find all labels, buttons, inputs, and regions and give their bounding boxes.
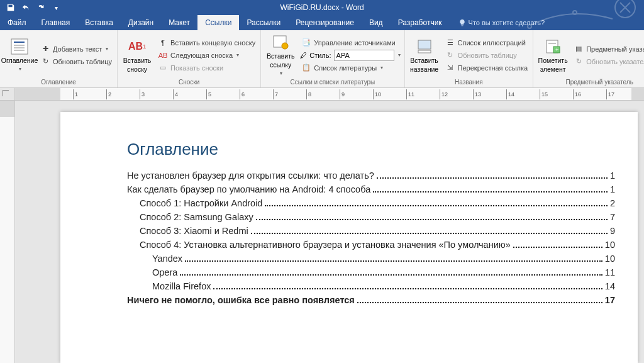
- group-footnotes: AB1 Вставить сноску ¶Вставить концевую с…: [118, 30, 261, 87]
- group-captions: Вставить название ☰Список иллюстраций ↻О…: [405, 30, 534, 87]
- tab-макет[interactable]: Макет: [161, 15, 197, 30]
- insert-footnote-button[interactable]: AB1 Вставить сноску: [121, 33, 153, 77]
- insert-endnote-button[interactable]: ¶Вставить концевую сноску: [157, 37, 257, 48]
- toc-text: Способ 3: Xiaomi и Redmi: [140, 226, 248, 236]
- toc-page: 1: [610, 184, 615, 194]
- decoration-icon: [518, 0, 644, 30]
- group-index: + Пометить элемент ▤Предметный указатель…: [533, 30, 644, 87]
- document-title: WiFiGiD.RU.docx - Word: [280, 3, 364, 12]
- svg-text:+: +: [555, 47, 558, 53]
- toc-page: 7: [610, 212, 615, 222]
- toc-entry[interactable]: Не установлен браузер для открытия ссылк…: [127, 170, 615, 181]
- toc-heading: Оглавление: [127, 140, 615, 159]
- toc-page: 17: [605, 295, 615, 305]
- citation-style-select[interactable]: [334, 50, 394, 61]
- index-icon: ▤: [574, 44, 584, 54]
- toc-entry[interactable]: Способ 3: Xiaomi и Redmi9: [127, 226, 615, 236]
- insert-caption-button[interactable]: Вставить название: [409, 33, 440, 77]
- show-footnotes-button[interactable]: ▭Показать сноски: [157, 62, 257, 74]
- refresh-icon: ↻: [445, 50, 455, 60]
- chevron-down-icon[interactable]: ▾: [397, 52, 401, 58]
- svg-point-2: [573, 11, 577, 14]
- toc-page: 11: [605, 267, 615, 277]
- figures-list-button[interactable]: ☰Список иллюстраций: [444, 37, 530, 48]
- toc-entry[interactable]: Yandex10: [127, 254, 615, 264]
- redo-button[interactable]: [34, 1, 48, 14]
- update-index-button[interactable]: ↻Обновить указатель: [572, 56, 644, 67]
- toc-entry[interactable]: Ничего не помогло, ошибка все равно появ…: [127, 295, 615, 305]
- toc-text: Mozilla Firefox: [152, 281, 211, 291]
- add-text-icon: ✚: [40, 44, 50, 54]
- toc-text: Способ 1: Настройки Android: [140, 198, 262, 208]
- toc-entry[interactable]: Как сделать браузер по умолчанию на Andr…: [127, 184, 615, 194]
- next-footnote-button[interactable]: ABСледующая сноска▾: [157, 50, 257, 61]
- page-area[interactable]: Оглавление Не установлен браузер для отк…: [15, 101, 644, 363]
- save-button[interactable]: [4, 1, 18, 14]
- chevron-down-icon: ▾: [18, 65, 21, 73]
- bibliography-button[interactable]: 📋Список литературы▾: [300, 62, 400, 74]
- tab-дизайн[interactable]: Дизайн: [121, 15, 161, 30]
- tab-вставка[interactable]: Вставка: [77, 15, 121, 30]
- bibliography-icon: 📋: [301, 63, 311, 73]
- toc-text: Yandex: [152, 254, 182, 264]
- toc-leader: [373, 191, 608, 193]
- svg-point-0: [615, 0, 635, 18]
- toc-entry[interactable]: Opera11: [127, 267, 615, 277]
- horizontal-ruler[interactable]: 1234567891011121314151617: [0, 88, 644, 101]
- style-icon: 🖊: [300, 52, 307, 59]
- toc-entry[interactable]: Способ 4: Установка альтернативного брау…: [127, 240, 615, 250]
- group-toc: Оглавление▾ ✚Добавить текст▾ ↻Обновить т…: [0, 30, 118, 87]
- next-footnote-icon: AB: [158, 50, 168, 60]
- toc-icon: [9, 38, 30, 55]
- toc-entry[interactable]: Способ 1: Настройки Android2: [127, 198, 615, 208]
- footnote-icon: AB1: [127, 38, 147, 55]
- tab-рецензирование[interactable]: Рецензирование: [288, 15, 362, 30]
- toc-leader: [251, 233, 608, 234]
- tab-file[interactable]: Файл: [0, 15, 34, 30]
- quick-access-toolbar: ▾: [0, 1, 63, 14]
- svg-rect-11: [418, 50, 431, 53]
- mark-entry-icon: +: [543, 38, 563, 55]
- toc-text: Ничего не помогло, ошибка все равно появ…: [127, 295, 355, 305]
- sources-icon: 📑: [301, 38, 311, 48]
- add-text-button[interactable]: ✚Добавить текст▾: [39, 43, 113, 55]
- toc-leader: [213, 288, 602, 289]
- tab-разработчик[interactable]: Разработчик: [391, 15, 450, 30]
- update-toc-button[interactable]: ↻Обновить таблицу: [39, 56, 113, 67]
- workspace: Оглавление Не установлен браузер для отк…: [0, 101, 644, 363]
- toc-text: Способ 4: Установка альтернативного брау…: [140, 240, 511, 250]
- tab-рассылки[interactable]: Рассылки: [239, 15, 288, 30]
- ribbon: Оглавление▾ ✚Добавить текст▾ ↻Обновить т…: [0, 30, 644, 88]
- qat-customize-button[interactable]: ▾: [49, 1, 63, 14]
- tab-ссылки[interactable]: Ссылки: [197, 15, 239, 30]
- vertical-ruler[interactable]: [0, 101, 15, 363]
- caption-icon: [414, 38, 435, 55]
- insert-citation-button[interactable]: Вставить ссылку▾: [265, 33, 296, 77]
- toc-leader: [513, 247, 602, 248]
- manage-sources-button[interactable]: 📑Управление источниками: [300, 37, 400, 48]
- tab-главная[interactable]: Главная: [34, 15, 78, 30]
- svg-rect-3: [11, 39, 28, 54]
- group-citations: Вставить ссылку▾ 📑Управление источниками…: [261, 30, 404, 87]
- tab-вид[interactable]: Вид: [362, 15, 391, 30]
- toc-leader: [357, 302, 602, 303]
- mark-entry-button[interactable]: + Пометить элемент: [537, 33, 569, 77]
- toc-entry[interactable]: Способ 2: Samsung Galaxy7: [127, 212, 615, 222]
- ruler-corner-icon: [3, 90, 9, 96]
- index-button[interactable]: ▤Предметный указатель: [572, 43, 644, 55]
- svg-point-9: [282, 43, 288, 49]
- refresh-icon: ↻: [40, 57, 50, 67]
- toc-page: 10: [605, 254, 615, 264]
- toc-leader: [256, 219, 608, 220]
- cross-reference-button[interactable]: ⇲Перекрестная ссылка: [444, 62, 530, 74]
- toc-leader: [185, 260, 602, 262]
- toc-button[interactable]: Оглавление▾: [4, 33, 35, 77]
- toc-entry[interactable]: Mozilla Firefox14: [127, 281, 615, 291]
- undo-button[interactable]: [19, 1, 33, 14]
- document-page: Оглавление Не установлен браузер для отк…: [60, 112, 638, 363]
- toc-leader: [265, 205, 607, 206]
- toc-page: 2: [610, 198, 615, 208]
- cross-ref-icon: ⇲: [445, 63, 455, 73]
- update-figures-button[interactable]: ↻Обновить таблицу: [444, 50, 530, 61]
- svg-point-1: [528, 25, 531, 28]
